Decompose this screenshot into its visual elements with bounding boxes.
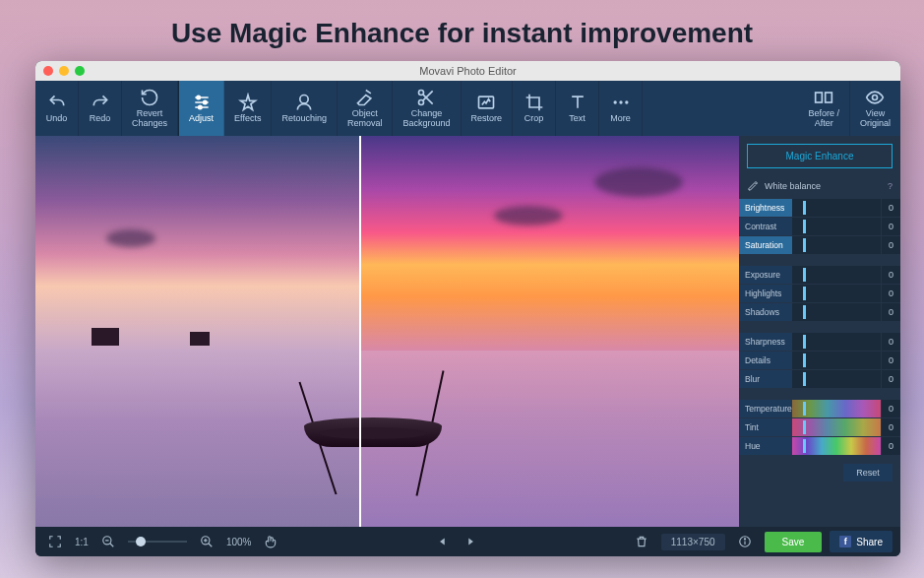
zoom-slider[interactable] [128, 541, 187, 543]
shadows-slider[interactable]: Shadows0 [739, 303, 900, 321]
magic-enhance-button[interactable]: Magic Enhance [747, 144, 893, 168]
more-button[interactable]: More [599, 81, 643, 136]
highlights-slider[interactable]: Highlights0 [739, 285, 900, 302]
text-icon [568, 93, 587, 112]
exposure-slider[interactable]: Exposure0 [739, 266, 900, 284]
eyedropper-icon [747, 180, 759, 192]
statusbar: 1:1 100% 1113×750 Save f Share [35, 527, 900, 556]
blur-slider[interactable]: Blur0 [739, 370, 900, 388]
saturation-slider[interactable]: Saturation0 [739, 236, 900, 254]
revert-icon [140, 88, 159, 107]
share-button[interactable]: f Share [830, 531, 893, 552]
zoom-in-button[interactable] [195, 531, 218, 552]
retouching-button[interactable]: Retouching [272, 81, 338, 136]
effects-icon [238, 93, 258, 112]
tint-label: Tint [739, 418, 792, 436]
white-balance-row[interactable]: White balance ? [739, 176, 900, 196]
object-removal-button[interactable]: Object Removal [338, 81, 394, 136]
white-balance-label: White balance [765, 181, 821, 191]
brightness-value: 0 [881, 199, 900, 217]
details-slider[interactable]: Details0 [739, 352, 900, 369]
exposure-value: 0 [881, 266, 900, 284]
fullscreen-icon [48, 535, 62, 548]
tint-slider[interactable]: Tint0 [739, 418, 900, 436]
contrast-slider[interactable]: Contrast0 [739, 218, 900, 235]
effects-button[interactable]: Effects [224, 81, 272, 136]
details-value: 0 [881, 352, 900, 369]
info-icon [738, 535, 752, 548]
contrast-value: 0 [881, 218, 900, 235]
blur-value: 0 [881, 370, 900, 388]
save-button[interactable]: Save [765, 532, 823, 552]
saturation-value: 0 [881, 236, 900, 254]
crop-button[interactable]: Crop [513, 81, 556, 136]
svg-point-12 [613, 100, 616, 103]
slider-group-3: Sharpness0 Details0 Blur0 [739, 330, 900, 391]
svg-point-17 [873, 96, 878, 100]
redo-label: Redo [90, 114, 111, 124]
help-button[interactable]: ? [888, 181, 893, 191]
hue-slider[interactable]: Hue0 [739, 437, 900, 455]
titlebar: Movavi Photo Editor [35, 61, 900, 81]
undo-button[interactable]: Undo [35, 81, 79, 136]
shadows-value: 0 [881, 303, 900, 321]
next-button[interactable] [459, 531, 482, 552]
svg-point-8 [419, 100, 424, 105]
temperature-label: Temperature [739, 400, 792, 417]
text-button[interactable]: Text [556, 81, 599, 136]
view-original-label: View Original [860, 109, 891, 129]
before-after-button[interactable]: Before / After [798, 81, 850, 136]
brightness-slider[interactable]: Brightness0 [739, 199, 900, 217]
highlights-value: 0 [881, 285, 900, 302]
close-window-button[interactable] [43, 66, 53, 76]
object-removal-label: Object Removal [347, 109, 383, 129]
dimensions-display: 1113×750 [661, 534, 725, 550]
revert-label: Revert Changes [132, 109, 167, 129]
reset-button[interactable]: Reset [843, 464, 893, 482]
redo-button[interactable]: Redo [79, 81, 122, 136]
zoom-value: 100% [226, 537, 252, 547]
exposure-label: Exposure [739, 266, 792, 284]
sharpness-slider[interactable]: Sharpness0 [739, 333, 900, 351]
restore-button[interactable]: Restore [462, 81, 514, 136]
svg-rect-15 [816, 93, 823, 102]
fullscreen-button[interactable] [43, 531, 67, 552]
adjust-button[interactable]: Adjust [179, 81, 224, 136]
restore-label: Restore [471, 114, 503, 124]
comparison-divider[interactable] [359, 136, 361, 527]
temperature-slider[interactable]: Temperature0 [739, 400, 900, 417]
svg-line-22 [209, 544, 213, 547]
hue-value: 0 [881, 437, 900, 455]
crop-label: Crop [524, 114, 544, 124]
view-original-button[interactable]: View Original [850, 81, 900, 136]
trash-icon [635, 535, 648, 548]
adjust-icon [192, 93, 212, 112]
adjust-sidebar: Magic Enhance White balance ? Brightness… [739, 136, 900, 527]
undo-icon [47, 93, 67, 112]
app-window: Movavi Photo Editor Undo Redo Revert Cha… [35, 61, 900, 556]
tint-value: 0 [881, 418, 900, 436]
scissors-icon [416, 88, 436, 107]
more-icon [611, 93, 631, 112]
text-label: Text [569, 114, 585, 124]
details-label: Details [739, 352, 792, 369]
eraser-icon [355, 88, 375, 107]
revert-button[interactable]: Revert Changes [122, 81, 178, 136]
minimize-window-button[interactable] [59, 66, 69, 76]
main-toolbar: Undo Redo Revert Changes Adjust Effects … [35, 81, 900, 136]
hand-tool-button[interactable] [259, 531, 282, 552]
maximize-window-button[interactable] [75, 66, 85, 76]
svg-point-5 [198, 105, 201, 108]
info-button[interactable] [733, 531, 757, 552]
canvas[interactable] [35, 136, 739, 527]
slider-group-2: Exposure0 Highlights0 Shadows0 [739, 263, 900, 324]
crop-icon [524, 93, 544, 112]
zoom-out-button[interactable] [96, 531, 120, 552]
retouching-label: Retouching [281, 114, 327, 124]
hue-label: Hue [739, 437, 792, 455]
svg-point-14 [625, 100, 628, 103]
prev-button[interactable] [431, 531, 455, 552]
change-background-button[interactable]: Change Background [393, 81, 461, 136]
photo-preview [35, 136, 739, 527]
delete-button[interactable] [630, 531, 653, 552]
